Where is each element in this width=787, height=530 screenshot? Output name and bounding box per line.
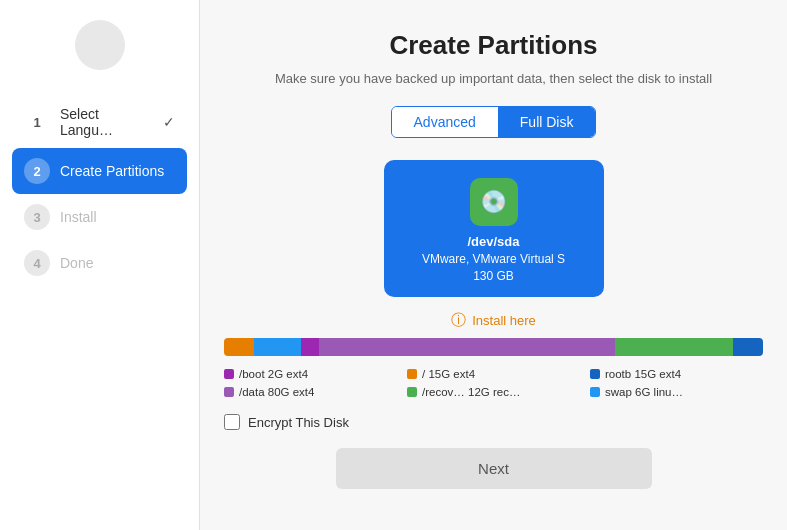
page-title: Create Partitions bbox=[389, 30, 597, 61]
info-icon: ⓘ bbox=[451, 311, 466, 330]
legend-item-4: /recov… 12G rec… bbox=[407, 386, 580, 398]
partition-segment-4 bbox=[615, 338, 733, 356]
disk-icon: 💿 bbox=[470, 178, 518, 226]
legend-text-2: rootb 15G ext4 bbox=[605, 368, 681, 380]
step-label-2: Create Partitions bbox=[60, 163, 164, 179]
legend-dot-2 bbox=[590, 369, 600, 379]
encrypt-checkbox[interactable] bbox=[224, 414, 240, 430]
partition-segment-0 bbox=[224, 338, 254, 356]
legend-text-3: /data 80G ext4 bbox=[239, 386, 314, 398]
next-button[interactable]: Next bbox=[336, 448, 652, 489]
disk-emoji: 💿 bbox=[480, 189, 507, 215]
legend-text-4: /recov… 12G rec… bbox=[422, 386, 520, 398]
legend-item-5: swap 6G linu… bbox=[590, 386, 763, 398]
sidebar-step-2[interactable]: 2Create Partitions bbox=[12, 148, 187, 194]
step-number-1: 1 bbox=[24, 109, 50, 135]
advanced-mode-button[interactable]: Advanced bbox=[392, 107, 498, 137]
legend-text-1: / 15G ext4 bbox=[422, 368, 475, 380]
step-number-2: 2 bbox=[24, 158, 50, 184]
step-label-1: Select Langu… bbox=[60, 106, 153, 138]
check-icon-1: ✓ bbox=[163, 114, 175, 130]
partition-bar bbox=[224, 338, 763, 356]
disk-name: VMware, VMware Virtual S bbox=[422, 252, 565, 266]
disk-card[interactable]: 💿 /dev/sda VMware, VMware Virtual S 130 … bbox=[384, 160, 604, 297]
legend-dot-5 bbox=[590, 387, 600, 397]
legend-item-2: rootb 15G ext4 bbox=[590, 368, 763, 380]
sidebar-step-1[interactable]: 1Select Langu…✓ bbox=[12, 96, 187, 148]
partition-mode-toggle[interactable]: Advanced Full Disk bbox=[391, 106, 597, 138]
encrypt-label: Encrypt This Disk bbox=[248, 415, 349, 430]
partition-segment-2 bbox=[301, 338, 319, 356]
partition-legend: /boot 2G ext4/ 15G ext4rootb 15G ext4/da… bbox=[224, 368, 763, 398]
disk-size: 130 GB bbox=[473, 269, 514, 283]
legend-item-3: /data 80G ext4 bbox=[224, 386, 397, 398]
partition-segment-3 bbox=[319, 338, 615, 356]
main-content: Create Partitions Make sure you have bac… bbox=[200, 0, 787, 530]
step-label-3: Install bbox=[60, 209, 97, 225]
disk-path: /dev/sda bbox=[467, 234, 519, 249]
sidebar-logo bbox=[75, 20, 125, 70]
sidebar-step-3[interactable]: 3Install bbox=[12, 194, 187, 240]
sidebar: 1Select Langu…✓2Create Partitions3Instal… bbox=[0, 0, 200, 530]
legend-dot-3 bbox=[224, 387, 234, 397]
legend-dot-4 bbox=[407, 387, 417, 397]
partition-segment-1 bbox=[254, 338, 301, 356]
legend-text-5: swap 6G linu… bbox=[605, 386, 683, 398]
legend-dot-1 bbox=[407, 369, 417, 379]
legend-item-1: / 15G ext4 bbox=[407, 368, 580, 380]
install-here-text: Install here bbox=[472, 313, 536, 328]
step-label-4: Done bbox=[60, 255, 93, 271]
legend-item-0: /boot 2G ext4 bbox=[224, 368, 397, 380]
encrypt-checkbox-row[interactable]: Encrypt This Disk bbox=[224, 414, 349, 430]
step-number-3: 3 bbox=[24, 204, 50, 230]
legend-dot-0 bbox=[224, 369, 234, 379]
partition-segment-5 bbox=[733, 338, 763, 356]
full-disk-mode-button[interactable]: Full Disk bbox=[498, 107, 596, 137]
subtitle: Make sure you have backed up important d… bbox=[275, 71, 712, 86]
install-here-label: ⓘ Install here bbox=[451, 311, 536, 330]
step-number-4: 4 bbox=[24, 250, 50, 276]
sidebar-step-4[interactable]: 4Done bbox=[12, 240, 187, 286]
legend-text-0: /boot 2G ext4 bbox=[239, 368, 308, 380]
